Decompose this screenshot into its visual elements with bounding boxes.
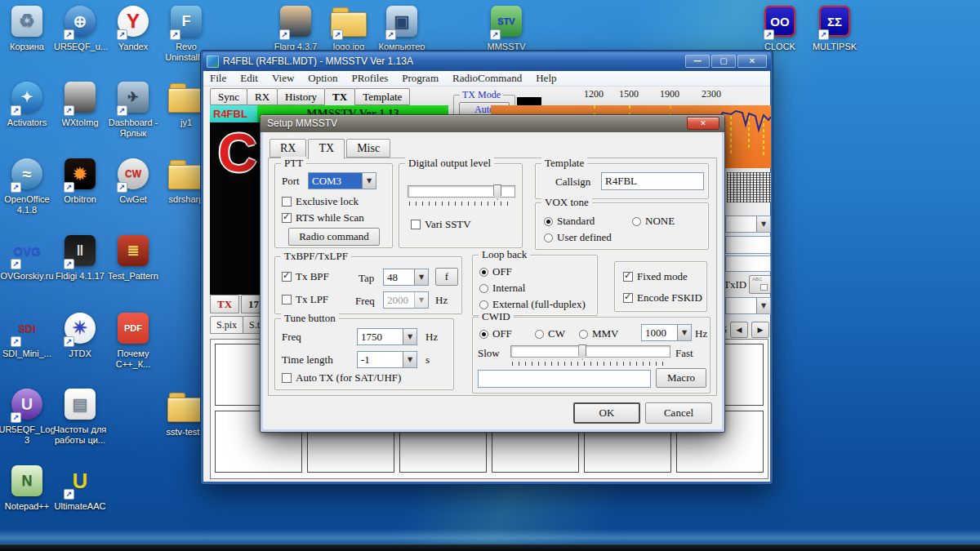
radio-standard[interactable]: Standard	[544, 215, 595, 228]
radio-mmv[interactable]: MMV	[579, 327, 619, 340]
desktop-icon-notepadpp[interactable]: NNotepad++	[1, 464, 53, 512]
chevron-down-icon[interactable]: ▼	[362, 173, 376, 189]
right-input-1[interactable]	[725, 236, 771, 254]
radio-off[interactable]: OFF	[479, 265, 512, 278]
icon-art: ↗	[54, 80, 106, 116]
tx-bpf-checkbox[interactable]: Tx BPF	[282, 270, 329, 283]
desktop-icon-flarg[interactable]: ↗Flarg 4.3.7	[270, 4, 322, 52]
minimize-button[interactable]: —	[685, 55, 710, 68]
port-combo[interactable]: COM3 ▼	[308, 172, 376, 189]
chevron-down-icon[interactable]: ▼	[414, 269, 428, 285]
icon-art: ✹↗	[54, 157, 106, 193]
pager-prev-button[interactable]: ◀	[730, 322, 748, 338]
tap-label: Tap	[359, 272, 374, 285]
dialog-tab-tx[interactable]: TX	[308, 139, 345, 159]
radio-external-full-duplex-[interactable]: External (full-duplex)	[479, 298, 586, 311]
exclusive-lock-checkbox[interactable]: Exclusive lock	[282, 195, 359, 208]
radio-command-button[interactable]: Radio command	[288, 228, 380, 246]
right-combo-2[interactable]: ▼	[725, 297, 771, 314]
chevron-down-icon[interactable]: ▼	[677, 325, 691, 340]
right-combo-1[interactable]: ▼	[725, 216, 771, 233]
vari-sstv-checkbox[interactable]: Vari SSTV	[411, 218, 471, 231]
taskbar[interactable]	[0, 544, 980, 551]
menu-item-profiles[interactable]: PRofiles	[351, 72, 388, 85]
cwid-text-input[interactable]	[478, 370, 651, 388]
desktop-icon-dashboard[interactable]: ✈↗Dashboard - Ярлык	[101, 80, 165, 139]
ok-button[interactable]: OK	[573, 402, 640, 424]
menu-item-radiocommand[interactable]: RadioCommand	[452, 72, 522, 85]
chevron-down-icon[interactable]: ▼	[403, 329, 416, 344]
chevron-down-icon[interactable]: ▼	[756, 298, 770, 313]
desktop-icon-yandex[interactable]: Y↗Yandex	[107, 4, 159, 52]
radio-dot-icon	[544, 217, 553, 226]
radio-dot-icon	[479, 284, 488, 293]
close-button[interactable]: ✕	[737, 55, 767, 68]
main-titlebar[interactable]: R4FBL (R4FBL.MDT) - MMSSTV Ver 1.13A — ▢…	[203, 52, 771, 71]
rts-while-scan-checkbox[interactable]: RTS while Scan	[282, 211, 364, 224]
abc-font-button[interactable]: ABC	[749, 275, 771, 294]
desktop-icon-multipsk[interactable]: ΣΣ↗MULTIPSK	[808, 4, 861, 52]
desktop-icon-clock[interactable]: OO↗CLOCK	[754, 4, 806, 52]
radio-none[interactable]: NONE	[632, 215, 675, 228]
tx-lpf-checkbox[interactable]: Tx LPF	[282, 293, 328, 306]
dialog-tab-rx[interactable]: RX	[270, 139, 306, 158]
icon-glyph: ⊕	[74, 13, 87, 29]
desktop-icon-recycle-bin[interactable]: ♻Корзина	[1, 4, 53, 52]
tune-freq-combo[interactable]: 1750 ▼	[357, 328, 417, 345]
macro-button[interactable]: Macro	[656, 368, 706, 388]
encode-fskid-checkbox[interactable]: Encode FSKID	[623, 291, 702, 304]
callsign-input[interactable]: R4FBL	[601, 172, 704, 190]
radio-cw[interactable]: CW	[535, 327, 565, 340]
dialog-close-button[interactable]: ✕	[687, 117, 719, 130]
desktop-icon-test-pattern[interactable]: ≣Test_Pattern	[105, 233, 162, 282]
desktop-icon-ur5eqf-u[interactable]: ⊕↗UR5EQF_u...	[54, 4, 106, 52]
right-input-2[interactable]	[725, 256, 771, 272]
chevron-down-icon[interactable]: ▼	[756, 216, 770, 232]
menu-item-view[interactable]: View	[272, 72, 294, 85]
output-level-slider-thumb[interactable]	[493, 184, 501, 200]
menu-item-file[interactable]: File	[210, 72, 226, 85]
cwid-speed-slider-track[interactable]	[510, 345, 670, 358]
desktop-icon-cwget[interactable]: CW↗CwGet	[107, 157, 159, 205]
desktop-icon-sdi-mini[interactable]: SDI↗SDI_Mini_...	[1, 311, 53, 359]
menu-item-program[interactable]: Program	[402, 72, 439, 85]
desktop-icon-wxtoimg[interactable]: ↗WXtoImg	[54, 80, 106, 128]
desktop-icon-fldigi[interactable]: ‖↗Fldigi 4.1.17	[51, 233, 109, 282]
cwid-speed-slider-thumb[interactable]	[578, 344, 586, 360]
menu-item-help[interactable]: Help	[536, 72, 556, 85]
desktop-icon-label: CwGet	[107, 194, 159, 205]
desktop-icon-activators[interactable]: ✦↗Activators	[1, 80, 53, 128]
desktop-icon-logo-jpg[interactable]: ↗logo.jpg	[323, 4, 375, 52]
lpf-freq-combo[interactable]: 2000 ▼	[383, 291, 429, 309]
desktop-icon-openoffice[interactable]: ≈↗OpenOffice 4.1.8	[0, 157, 56, 216]
desktop-icon-orbitron[interactable]: ✹↗Orbitron	[54, 157, 106, 205]
radio-dot-icon	[632, 217, 641, 226]
pix-tab-0[interactable]: S.pix	[210, 316, 243, 334]
maximize-button[interactable]: ▢	[711, 55, 736, 68]
desktop-icon-chastoty[interactable]: ▤Частоты для работы ци...	[47, 387, 114, 446]
tap-combo[interactable]: 48 ▼	[383, 269, 429, 286]
dialog-titlebar[interactable]: Setup MMSSTV ✕	[261, 115, 724, 132]
radio-off[interactable]: OFF	[479, 327, 512, 340]
desktop-icon-jtdx[interactable]: ✴↗JTDX	[54, 311, 106, 359]
fixed-mode-checkbox[interactable]: Fixed mode	[623, 270, 688, 283]
dialog-tab-misc[interactable]: Misc	[346, 139, 390, 158]
time-length-combo[interactable]: -1 ▼	[357, 351, 417, 368]
pager-next-button[interactable]: ▶	[751, 322, 769, 338]
cwid-freq-combo[interactable]: 1000 ▼	[641, 324, 692, 341]
desktop-icon-ultimateaac[interactable]: U↗UltimateAAC	[51, 464, 109, 512]
desktop-icon-computer[interactable]: ▣↗Компьютер	[376, 4, 428, 52]
radio-internal[interactable]: Internal	[479, 282, 525, 295]
cancel-button[interactable]: Cancel	[645, 402, 712, 424]
menu-item-option[interactable]: Option	[308, 72, 337, 85]
chevron-down-icon[interactable]: ▼	[403, 352, 416, 367]
output-level-slider-track[interactable]	[408, 185, 515, 198]
menu-item-edit[interactable]: Edit	[240, 72, 258, 85]
bottom-tab-tx[interactable]: TX	[210, 295, 239, 313]
desktop-icon-ovgorskiy[interactable]: OVG↗OVGorskiy.ru	[0, 233, 56, 282]
f-button[interactable]: f	[435, 268, 458, 286]
desktop-icon-pdf-doc[interactable]: PDFПочему С++_К...	[104, 311, 163, 370]
desktop-icon-mmsstv[interactable]: STV↗MMSSTV	[480, 4, 532, 52]
radio-user-defined[interactable]: User defined	[544, 231, 612, 244]
auto-tx-checkbox[interactable]: Auto TX (for SAT/UHF)	[282, 371, 401, 384]
